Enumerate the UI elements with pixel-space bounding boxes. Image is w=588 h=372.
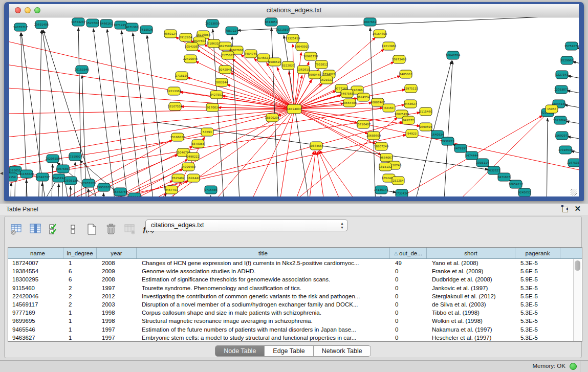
graph-node[interactable]: 18107554 <box>168 102 183 111</box>
graph-node[interactable]: 917003 <box>206 103 219 112</box>
graph-node[interactable]: 2687682 <box>364 18 377 26</box>
graph-node[interactable]: 14099489 <box>181 163 196 171</box>
graph-node[interactable]: 9671388 <box>126 23 139 31</box>
graph-edge[interactable] <box>568 137 579 141</box>
graph-node[interactable]: 9242848 <box>219 65 232 74</box>
graph-edge[interactable] <box>380 195 381 196</box>
graph-node[interactable]: 18807249 <box>374 142 389 150</box>
table-row[interactable]: 911546021997Tourette syndrome. Phenomeno… <box>8 284 582 292</box>
graph-node[interactable]: 16640910 <box>295 42 310 51</box>
graph-node[interactable]: 15166822 <box>170 133 185 141</box>
table-row[interactable]: 946554611997Estimation of the future num… <box>8 325 582 334</box>
graph-node[interactable]: 7615526 <box>140 26 153 34</box>
graph-node[interactable]: 8938923 <box>442 137 454 145</box>
graph-node[interactable]: 16033809 <box>205 19 220 28</box>
graph-node[interactable]: 12505135 <box>63 177 78 185</box>
graph-node[interactable]: 15692971 <box>555 132 570 140</box>
graph-node[interactable]: 20153346 <box>75 65 90 74</box>
graph-node[interactable]: 9699695 <box>420 123 432 131</box>
graph-edge[interactable] <box>435 113 548 196</box>
delete-column-icon[interactable] <box>104 223 118 236</box>
graph-node[interactable]: 2718120 <box>176 72 188 80</box>
graph-node[interactable]: 8322037 <box>282 61 295 70</box>
graph-node[interactable]: 20564486 <box>342 99 357 107</box>
graph-node[interactable]: 1815132 <box>379 163 392 171</box>
graph-node[interactable]: 5878355 <box>192 140 205 148</box>
graph-node[interactable]: 3175685 <box>222 51 234 59</box>
graph-node[interactable]: 2803144 <box>215 78 228 86</box>
graph-node[interactable]: 1733426 <box>396 189 408 196</box>
graph-edge[interactable] <box>70 186 71 196</box>
graph-node[interactable]: 10653287 <box>71 18 86 26</box>
graph-node[interactable]: 12213963 <box>382 42 397 50</box>
select-all-rows-icon[interactable] <box>48 223 61 236</box>
graph-node[interactable]: 22420046 <box>183 55 198 63</box>
graph-node[interactable]: 9474444 <box>466 151 478 160</box>
graph-edge[interactable] <box>370 28 376 196</box>
graph-edge[interactable] <box>41 183 42 196</box>
column-header-title[interactable]: title <box>137 248 390 258</box>
graph-node[interactable]: 12093872 <box>554 85 569 94</box>
graph-node[interactable]: 9245652 <box>518 188 531 196</box>
graph-edge[interactable] <box>276 109 294 196</box>
graph-node[interactable]: 3624554 <box>357 93 370 101</box>
resize-grip[interactable] <box>571 189 577 195</box>
graph-edge[interactable] <box>564 105 579 110</box>
graph-edge[interactable] <box>547 118 548 196</box>
graph-node[interactable]: 9498222 <box>187 152 200 161</box>
graph-node[interactable]: 9684067 <box>380 154 393 162</box>
graph-node[interactable]: 10975857 <box>56 165 71 173</box>
graph-edge[interactable] <box>294 75 302 109</box>
graph-node[interactable]: 8912954 <box>180 33 192 41</box>
graph-edge[interactable] <box>227 84 294 109</box>
vertical-scrollbar[interactable] <box>573 259 581 341</box>
new-column-icon[interactable] <box>85 223 99 236</box>
graph-edge[interactable] <box>107 29 130 196</box>
graph-node[interactable]: 10210643 <box>553 116 568 124</box>
tab-edge-table[interactable]: Edge Table <box>265 346 313 356</box>
graph-edge[interactable] <box>573 61 579 67</box>
graph-edge[interactable] <box>566 121 579 126</box>
graph-node[interactable]: 14136141 <box>374 186 389 194</box>
table-row[interactable]: 1872400712008Changes of HCN gene express… <box>8 259 582 267</box>
graph-edge[interactable] <box>230 72 294 109</box>
graph-edge[interactable] <box>10 183 11 196</box>
graph-edge[interactable] <box>443 61 452 196</box>
graph-node[interactable]: 15751074 <box>564 42 579 50</box>
graph-node[interactable]: 8471676 <box>498 173 511 181</box>
graph-node[interactable]: 252254 <box>392 177 404 185</box>
graph-node[interactable]: 11156829 <box>19 170 34 178</box>
graph-edge[interactable] <box>210 195 211 196</box>
table-row[interactable]: 2242004622012Investigating the contribut… <box>8 292 582 300</box>
column-header-short[interactable]: short <box>427 248 515 258</box>
graph-edge[interactable] <box>102 193 104 196</box>
graph-node[interactable]: 6466161 <box>100 19 113 28</box>
graph-node[interactable]: 14055717 <box>13 23 28 31</box>
table-row[interactable]: 1938455462009Genome-wide association stu… <box>8 267 582 275</box>
graph-edge[interactable] <box>26 180 27 196</box>
graph-node[interactable]: 1362615 <box>297 65 310 74</box>
graph-node[interactable]: 15720407 <box>356 120 371 128</box>
graph-node[interactable]: 10688609 <box>366 132 381 140</box>
graph-node[interactable]: 9827508 <box>219 42 232 50</box>
graph-node[interactable]: 13325419 <box>286 34 300 42</box>
graph-node[interactable]: 9227343 <box>556 71 569 79</box>
graph-node[interactable]: 6479197 <box>454 144 467 152</box>
graph-node[interactable]: 7955812 <box>315 60 328 69</box>
graph-node[interactable]: 1527602 <box>86 19 99 27</box>
graph-node[interactable]: 8454749 <box>245 50 257 58</box>
graph-edge[interactable] <box>9 86 294 109</box>
table-row[interactable]: 969969511998Structural magnetic resonanc… <box>8 317 582 325</box>
graph-edge[interactable] <box>318 151 351 196</box>
graph-edge[interactable] <box>294 52 301 109</box>
graph-node[interactable]: 16961758 <box>303 52 318 60</box>
graph-node[interactable]: 9529966 <box>561 56 574 64</box>
graph-node[interactable]: 10543382 <box>185 42 199 51</box>
graph-node[interactable]: 9860124 <box>164 30 177 38</box>
graph-edge[interactable] <box>58 184 59 196</box>
graph-edge[interactable] <box>147 35 169 196</box>
graph-node[interactable]: 20973493 <box>392 55 407 63</box>
network-canvas[interactable]: 1405571720691406106532871527602646616110… <box>9 17 579 196</box>
scrollbar-thumb[interactable] <box>575 260 580 271</box>
graph-node[interactable]: 12975115 <box>404 84 419 93</box>
